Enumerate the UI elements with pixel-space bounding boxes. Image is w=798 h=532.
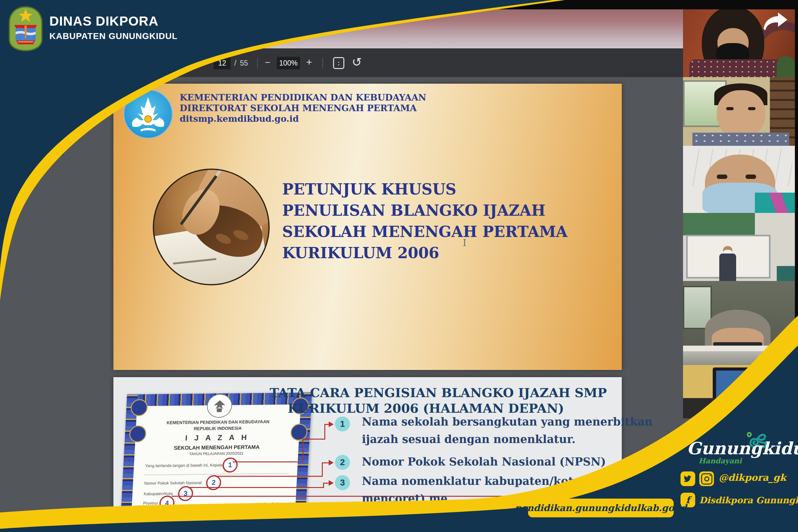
guide-item-2-badge: 2 — [335, 455, 350, 470]
participant-batik-top — [689, 59, 783, 77]
website-url: pendidikan.gunungkidulkab.go.id — [515, 503, 687, 513]
guide-item-2-text: Nomor Pokok Sekolah Nasional (NPSN) — [362, 455, 606, 468]
participant-eye — [748, 107, 756, 110]
certificate-ruled-line — [145, 473, 288, 475]
connector-line-2 — [217, 476, 322, 477]
webinar-screenshot: 12 / 55 − 100% + : ↺ KEMENTERIAN PENDIDI… — [0, 0, 798, 532]
background-plant — [777, 56, 795, 77]
connector-arrow-3 — [329, 480, 334, 486]
slide-title-line4: KURIKULUM 2006 — [282, 244, 439, 262]
participant-video-2[interactable] — [683, 77, 795, 146]
certificate-callout-1: 1 — [222, 457, 238, 473]
guide-title-line1: TATA CARA PENGISIAN BLANGKO IJAZAH SMP — [270, 385, 582, 400]
agency-region: KABUPATEN GUNUNGKIDUL — [49, 31, 178, 41]
participant-batik-shirt — [692, 133, 789, 146]
background-fabric — [777, 266, 795, 281]
background-ceiling — [683, 351, 795, 365]
slide-title-line3: SEKOLAH MENENGAH PERTAMA — [282, 223, 567, 241]
gunungkidul-crest-icon — [7, 6, 44, 52]
certificate-callout-3: 3 — [178, 486, 194, 501]
pdf-toolbar: 12 / 55 − 100% + : ↺ — [0, 49, 683, 77]
agency-name: DINAS DIKPORA — [49, 14, 159, 29]
brand-name: Gunungkidul — [687, 438, 798, 458]
background-whiteboard-edge — [683, 346, 795, 351]
connector-line-1 — [324, 424, 329, 425]
participant-silhouette — [736, 381, 752, 403]
page-number-input[interactable]: 12 — [214, 57, 231, 69]
certificate-callout-4: 4 — [159, 495, 175, 511]
guide-item-3-text: Nama nomenklatur kabupaten/kota*) ( — [362, 475, 600, 487]
toolbar-divider — [323, 58, 323, 69]
participant-video-4[interactable] — [683, 213, 795, 281]
slide-title-line2: PENULISAN BLANGKO IJAZAH — [282, 202, 546, 219]
twitter-icon — [681, 471, 695, 486]
tutwuri-handayani-logo-icon — [123, 89, 173, 139]
connector-line-4 — [171, 496, 531, 497]
certificate-border-bottom — [120, 519, 305, 532]
connector-line-3 — [190, 487, 323, 488]
certificate-field4-label: Provinsi — [143, 501, 158, 506]
connector-line-1 — [324, 424, 325, 440]
guide-title-line2: KURIKULUM 2006 (HALAMAN DEPAN) — [270, 401, 582, 416]
guide-item-1-text: ijazah sesuai dengan nomenklatur. — [362, 433, 576, 445]
background-desk-items — [683, 398, 718, 418]
page-total: 55 — [240, 59, 248, 68]
background-greenboard — [683, 213, 755, 235]
participant-video-3[interactable] — [683, 146, 795, 213]
page-separator: / — [234, 59, 236, 68]
text-cursor: I — [463, 237, 467, 248]
zoom-level-display: 100% — [277, 57, 300, 69]
guide-item-1-badge: 1 — [335, 417, 350, 432]
certificate-ministry-line2: REPUBLIK INDONESIA — [125, 425, 310, 432]
zoom-out-button[interactable]: − — [265, 57, 271, 68]
connector-line-2 — [322, 462, 329, 463]
slide-page-12: KEMENTERIAN PENDIDIKAN DAN KEBUDAYAAN DI… — [113, 84, 622, 370]
hand-writing-photo — [153, 169, 270, 285]
guide-item-3-badge: 3 — [335, 475, 350, 490]
video-letterbox-bar — [0, 0, 798, 10]
background-fabric — [755, 193, 795, 213]
participant-video-6[interactable] — [683, 351, 795, 418]
certificate-note: menerangkan bahwa — [246, 501, 284, 507]
participant-body — [719, 253, 736, 281]
guide-item-1-text: Nama sekolah bersangkutan yang menerbitk… — [362, 415, 652, 428]
certificate-title: I J A Z A H — [124, 432, 310, 443]
connector-line-3 — [323, 483, 329, 483]
participant-video-5[interactable] — [683, 281, 795, 351]
instagram-icon — [699, 471, 714, 486]
certificate-ministry-line1: KEMENTERIAN PENDIDIKAN DAN KEBUDAYAAN — [125, 419, 311, 425]
participant-face — [717, 90, 765, 138]
zoom-in-button[interactable]: + — [306, 57, 312, 68]
ministry-line2: DIREKTORAT SEKOLAH MENENGAH PERTAMA — [180, 103, 417, 113]
participant-video-1[interactable] — [683, 10, 795, 77]
connector-arrow-2 — [329, 460, 334, 466]
fit-page-icon[interactable]: : — [333, 57, 344, 69]
ministry-line1: KEMENTERIAN PENDIDIKAN DAN KEBUDAYAAN — [180, 92, 426, 103]
connector-line-2 — [322, 462, 323, 477]
guide-item-3-text: mencoret) me — [362, 492, 448, 505]
garuda-emblem-icon — [206, 394, 233, 418]
brand-tagline: Handayani — [699, 456, 742, 465]
rotate-icon[interactable]: ↺ — [352, 55, 362, 69]
participant-eye — [717, 174, 727, 179]
connector-arrow-1 — [329, 421, 334, 427]
website-banner: pendidikan.gunungkidulkab.go.id — [528, 499, 674, 517]
slide-title-line1: PETUNJUK KHUSUS — [282, 180, 456, 198]
certificate-callout-2: 2 — [205, 475, 221, 491]
social-handle: @dikpora_gk — [719, 472, 786, 483]
participant-eye — [745, 174, 756, 179]
participant-eye — [726, 107, 733, 110]
connector-line-1 — [303, 439, 325, 440]
share-arrow-icon — [762, 12, 788, 31]
certificate-field2-label: Nomor Pokok Sekolah Nasional — [144, 480, 201, 486]
ministry-url: ditsmp.kemdikbud.go.id — [180, 114, 299, 124]
toolbar-divider — [257, 58, 258, 69]
certificate-field1-label: Yang bertanda tangan di bawah ini, Kepal… — [145, 463, 222, 468]
connector-line-1 — [233, 461, 303, 462]
connector-line-1 — [303, 439, 303, 462]
facebook-name: Disdikpora Gunungkidul — [699, 495, 798, 506]
video-edge-bar — [795, 0, 798, 400]
